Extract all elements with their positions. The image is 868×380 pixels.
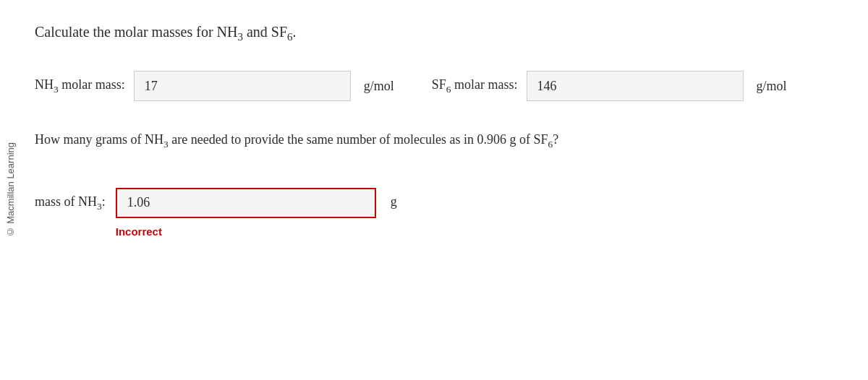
nh3-label: NH3 molar mass:	[35, 77, 125, 95]
sf6-label: SF6 molar mass:	[432, 77, 518, 95]
incorrect-status: Incorrect	[116, 225, 376, 238]
page-title: Calculate the molar masses for NH3 and S…	[35, 22, 839, 45]
answer-block: Incorrect	[116, 188, 376, 238]
sf6-molar-mass-input[interactable]	[527, 71, 744, 101]
sidebar: © Macmillan Learning	[0, 0, 20, 380]
answer-label: mass of NH3:	[35, 188, 106, 212]
molar-mass-row: NH3 molar mass: g/mol SF6 molar mass: g/…	[35, 71, 839, 101]
nh3-unit: g/mol	[364, 79, 394, 94]
nh3-molar-mass-input[interactable]	[134, 71, 351, 101]
answer-input[interactable]	[116, 188, 376, 218]
sf6-section: SF6 molar mass: g/mol	[432, 71, 787, 101]
sf6-unit: g/mol	[757, 79, 787, 94]
main-content: Calculate the molar masses for NH3 and S…	[20, 0, 868, 380]
question-text: How many grams of NH3 are needed to prov…	[35, 130, 839, 152]
answer-section: mass of NH3: Incorrect g	[35, 188, 839, 238]
answer-unit: g	[391, 188, 397, 210]
sidebar-label: © Macmillan Learning	[5, 142, 16, 237]
